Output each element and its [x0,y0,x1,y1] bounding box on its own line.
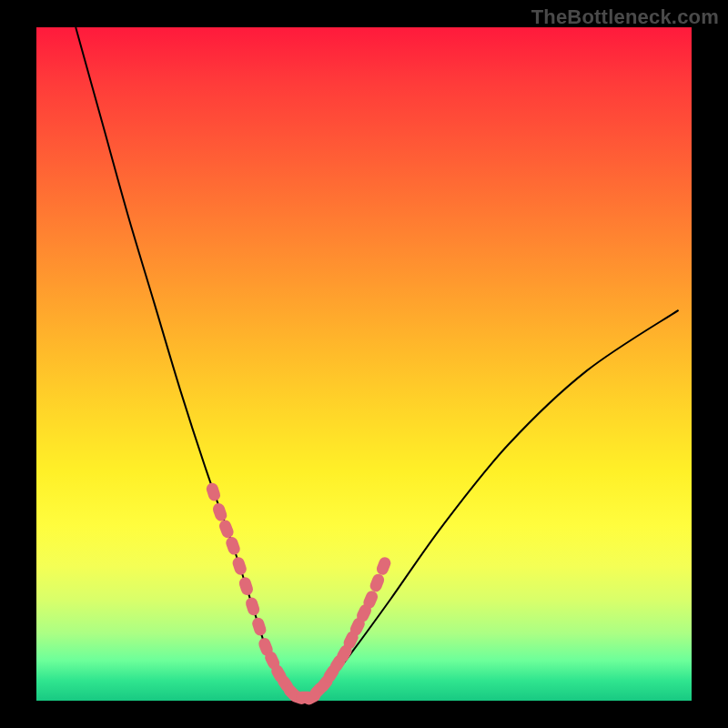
highlight-points [205,481,392,707]
highlight-marker [211,501,228,522]
highlight-marker [244,596,261,617]
highlight-marker [238,576,255,597]
highlight-marker [225,535,242,556]
highlight-marker [251,616,268,637]
curve-svg [36,27,692,701]
chart-stage: TheBottleneck.com [0,0,728,728]
plot-area [36,27,692,701]
highlight-marker [231,555,248,576]
highlight-marker [375,555,392,576]
highlight-marker [205,481,222,502]
highlight-marker [369,572,386,593]
highlight-marker [217,519,235,540]
watermark-text: TheBottleneck.com [531,5,719,29]
